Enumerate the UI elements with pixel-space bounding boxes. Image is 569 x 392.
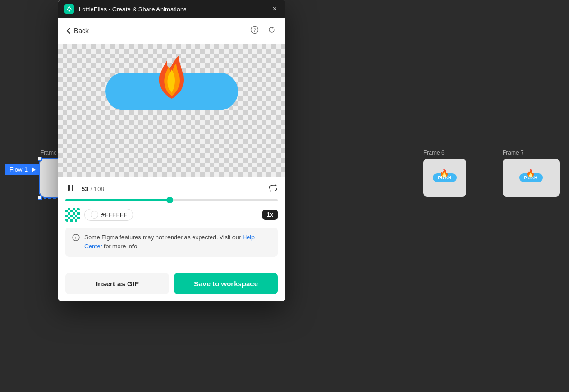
- lottiefiles-icon: [64, 4, 74, 14]
- frame-6-label: Frame 6: [423, 149, 466, 156]
- modal-close-button[interactable]: ×: [271, 4, 279, 14]
- refresh-button[interactable]: [266, 24, 278, 38]
- bottom-buttons: Insert as GIF Save to workspace: [58, 267, 285, 301]
- progress-handle: [166, 197, 173, 203]
- color-dot: [91, 211, 98, 219]
- color-hex-value: #FFFFFF: [101, 211, 127, 219]
- modal-titlebar: LottieFiles - Create & Share Animations …: [58, 0, 285, 18]
- loop-button[interactable]: [268, 184, 278, 194]
- svg-point-5: [69, 10, 70, 12]
- modal-title: LottieFiles - Create & Share Animations: [79, 6, 266, 13]
- progress-fill: [65, 199, 170, 201]
- progress-bar[interactable]: [65, 199, 278, 201]
- frame-7-label: Frame 7: [503, 149, 560, 156]
- frame-7-push-btn: 🔥 PUSH: [519, 173, 542, 182]
- header-actions: ?: [248, 24, 278, 38]
- back-label: Back: [74, 27, 89, 35]
- info-text-after: for more info.: [102, 243, 139, 250]
- speed-control[interactable]: 1x: [262, 210, 278, 220]
- plugin-modal: LottieFiles - Create & Share Animations …: [58, 0, 285, 301]
- frame-6-thumb[interactable]: 🔥 PUSH: [423, 159, 466, 197]
- frame-current: 53: [82, 185, 88, 192]
- info-circle-icon: i: [72, 234, 80, 241]
- svg-marker-12: [269, 190, 271, 192]
- flame-animation: [153, 56, 191, 103]
- flow-label-text: Flow 1: [9, 166, 28, 173]
- frame-counter: 53 / 108: [82, 185, 104, 192]
- frame-separator: /: [90, 185, 92, 192]
- svg-marker-8: [272, 26, 274, 29]
- info-icon: i: [72, 234, 80, 243]
- flow-label[interactable]: Flow 1: [5, 164, 42, 175]
- pause-icon: [66, 183, 75, 192]
- loop-icon: [268, 184, 278, 192]
- modal-header: Back ?: [58, 18, 285, 44]
- push-button-animation: [105, 73, 238, 110]
- svg-rect-10: [72, 185, 73, 191]
- svg-text:?: ?: [254, 27, 256, 33]
- svg-text:i: i: [75, 236, 77, 240]
- info-banner: i Some Figma features may not render as …: [65, 228, 278, 257]
- help-circle-icon: ?: [250, 26, 259, 34]
- preview-area-bottom: [58, 139, 285, 177]
- insert-gif-button[interactable]: Insert as GIF: [65, 273, 169, 294]
- settings-row: #FFFFFF 1x: [65, 208, 278, 222]
- save-workspace-button[interactable]: Save to workspace: [174, 273, 278, 294]
- frame-7-group: Frame 7 🔥 PUSH: [503, 149, 560, 197]
- preview-area-top: [58, 44, 285, 139]
- frame-6-group: Frame 6 🔥 PUSH: [423, 149, 466, 197]
- pause-button[interactable]: [65, 182, 76, 195]
- animation-container: [105, 73, 238, 110]
- frame-7-thumb[interactable]: 🔥 PUSH: [503, 159, 560, 197]
- frame-total: 108: [94, 185, 104, 192]
- svg-rect-9: [68, 185, 70, 191]
- play-icon: [30, 166, 37, 173]
- frame-6-push-btn: 🔥 PUSH: [433, 173, 456, 182]
- info-text: Some Figma features may not render as ex…: [84, 233, 271, 251]
- back-arrow-icon: [65, 27, 72, 34]
- color-picker-swatch[interactable]: #FFFFFF: [84, 209, 133, 221]
- controls-section: 53 / 108 #FFFFF: [58, 177, 285, 267]
- transparent-bg-toggle[interactable]: [65, 208, 80, 222]
- info-text-before: Some Figma features may not render as ex…: [84, 234, 242, 241]
- refresh-icon: [267, 26, 276, 34]
- playback-controls: 53 / 108: [65, 182, 278, 195]
- back-button[interactable]: Back: [65, 27, 89, 35]
- help-button[interactable]: ?: [248, 24, 261, 38]
- svg-marker-11: [275, 184, 277, 186]
